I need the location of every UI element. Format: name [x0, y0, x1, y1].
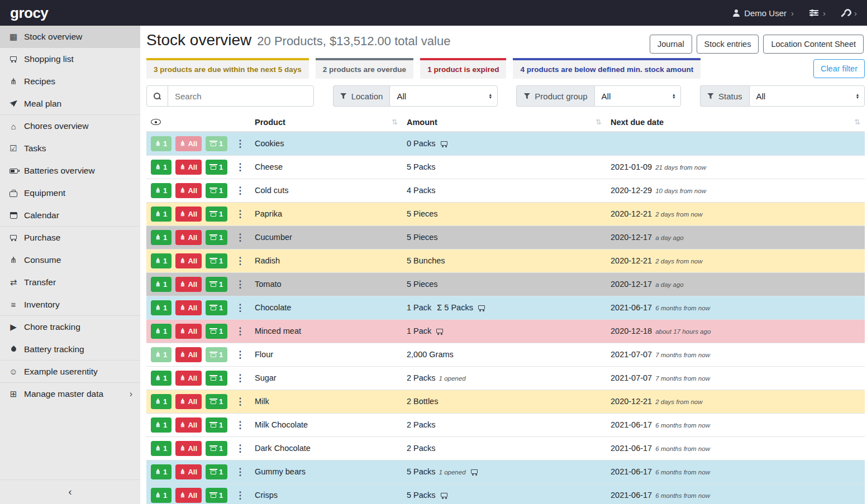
consume-one-button[interactable]: ⋔1 [151, 160, 172, 175]
consume-all-button[interactable]: ⋔All [175, 136, 202, 151]
product-name[interactable]: Milk Chocolate [255, 420, 308, 429]
consume-all-button[interactable]: ⋔All [175, 253, 202, 268]
user-menu[interactable]: Demo User › [732, 8, 794, 18]
consume-all-button[interactable]: ⋔All [175, 183, 202, 198]
open-one-button[interactable]: 1 [206, 488, 227, 503]
product-name[interactable]: Radish [255, 256, 280, 265]
product-name[interactable]: Chocolate [255, 303, 291, 312]
row-menu-button[interactable]: ⋮ [235, 419, 245, 431]
consume-all-button[interactable]: ⋔All [175, 160, 202, 175]
clear-filter-button[interactable]: Clear filter [813, 59, 865, 78]
filter-notice-overdue[interactable]: 2 products are overdue [316, 58, 413, 79]
location-select[interactable]: All ▴▾ [389, 85, 497, 107]
consume-all-button[interactable]: ⋔All [175, 300, 202, 315]
sort-icon[interactable]: ⇅ [392, 118, 398, 126]
open-one-button[interactable]: 1 [206, 371, 227, 386]
consume-all-button[interactable]: ⋔All [175, 207, 202, 222]
row-menu-button[interactable]: ⋮ [235, 443, 245, 454]
consume-one-button[interactable]: ⋔1 [151, 230, 172, 245]
status-select[interactable]: All ▴▾ [749, 85, 865, 107]
eye-icon[interactable] [151, 119, 161, 125]
consume-one-button[interactable]: ⋔1 [151, 488, 172, 503]
consume-one-button[interactable]: ⋔1 [151, 253, 172, 268]
open-one-button[interactable]: 1 [206, 136, 227, 151]
sidebar-item-purchase[interactable]: Purchase [0, 227, 140, 249]
open-one-button[interactable]: 1 [206, 277, 227, 292]
consume-one-button[interactable]: ⋔1 [151, 300, 172, 315]
consume-all-button[interactable]: ⋔All [175, 488, 202, 503]
consume-one-button[interactable]: ⋔1 [151, 324, 172, 339]
consume-all-button[interactable]: ⋔All [175, 277, 202, 292]
row-menu-button[interactable]: ⋮ [235, 279, 245, 290]
sidebar-item-transfer[interactable]: ⇄ Transfer [0, 271, 140, 294]
sidebar-item-equipment[interactable]: Equipment [0, 182, 140, 204]
consume-all-button[interactable]: ⋔All [175, 324, 202, 339]
product-name[interactable]: Crisps [255, 491, 278, 500]
sort-icon[interactable]: ⇅ [596, 118, 602, 126]
app-logo[interactable]: grocy [10, 4, 48, 22]
sidebar-item-manage-master-data[interactable]: ⊞ Manage master data › [0, 383, 140, 405]
product-name[interactable]: Paprika [255, 209, 282, 218]
column-header-product[interactable]: Product⇅ [250, 113, 402, 132]
consume-one-button[interactable]: ⋔1 [151, 464, 172, 479]
sidebar-item-calendar[interactable]: Calendar [0, 204, 140, 227]
filter-notice-expired[interactable]: 1 product is expired [420, 58, 506, 79]
product-name[interactable]: Cookies [255, 139, 284, 148]
filter-notice-belowmin[interactable]: 4 products are below defined min. stock … [513, 58, 701, 79]
journal-button[interactable]: Journal [650, 35, 692, 54]
row-menu-button[interactable]: ⋮ [235, 349, 245, 361]
sidebar-item-tasks[interactable]: ☑ Tasks [0, 137, 140, 160]
sidebar-item-recipes[interactable]: ⋔ Recipes [0, 70, 140, 93]
product-name[interactable]: Sugar [255, 373, 277, 382]
product-name[interactable]: Tomato [255, 280, 282, 289]
product-name[interactable]: Cold cuts [255, 186, 288, 195]
open-one-button[interactable]: 1 [206, 160, 227, 175]
consume-all-button[interactable]: ⋔All [175, 371, 202, 386]
product-name[interactable]: Flour [255, 350, 273, 359]
open-one-button[interactable]: 1 [206, 207, 227, 222]
sidebar-collapse-button[interactable]: ‹ [0, 479, 140, 504]
consume-all-button[interactable]: ⋔All [175, 347, 202, 362]
search-input[interactable] [168, 85, 314, 107]
consume-one-button[interactable]: ⋔1 [151, 371, 172, 386]
filter-notice-due[interactable]: 3 products are due within the next 5 day… [146, 58, 309, 79]
row-menu-button[interactable]: ⋮ [235, 138, 245, 150]
row-menu-button[interactable]: ⋮ [235, 325, 245, 337]
row-menu-button[interactable]: ⋮ [235, 161, 245, 173]
sidebar-item-batteries-overview[interactable]: Batteries overview [0, 160, 140, 182]
sidebar-item-battery-tracking[interactable]: Battery tracking [0, 338, 140, 361]
admin-menu[interactable]: › [841, 8, 857, 18]
consume-all-button[interactable]: ⋔All [175, 417, 202, 433]
row-menu-button[interactable]: ⋮ [235, 208, 245, 220]
sort-icon[interactable]: ⇅ [854, 118, 860, 126]
open-one-button[interactable]: 1 [206, 300, 227, 315]
consume-all-button[interactable]: ⋔All [175, 441, 202, 456]
row-menu-button[interactable]: ⋮ [235, 466, 245, 478]
consume-one-button[interactable]: ⋔1 [151, 277, 172, 292]
consume-all-button[interactable]: ⋔All [175, 230, 202, 245]
sidebar-item-chores-overview[interactable]: ⌂ Chores overview [0, 115, 140, 137]
row-menu-button[interactable]: ⋮ [235, 372, 245, 384]
settings-menu[interactable]: › [809, 8, 826, 18]
column-header-next-due-date[interactable]: Next due date⇅ [606, 113, 865, 132]
sidebar-item-inventory[interactable]: ≡ Inventory [0, 294, 140, 316]
consume-all-button[interactable]: ⋔All [175, 394, 202, 409]
row-menu-button[interactable]: ⋮ [235, 396, 245, 407]
consume-one-button[interactable]: ⋔1 [151, 136, 172, 151]
open-one-button[interactable]: 1 [206, 183, 227, 198]
row-menu-button[interactable]: ⋮ [235, 255, 245, 267]
open-one-button[interactable]: 1 [206, 324, 227, 339]
sidebar-item-stock-overview[interactable]: ▦ Stock overview [0, 26, 140, 48]
open-one-button[interactable]: 1 [206, 230, 227, 245]
consume-one-button[interactable]: ⋔1 [151, 417, 172, 433]
consume-one-button[interactable]: ⋔1 [151, 207, 172, 222]
consume-one-button[interactable]: ⋔1 [151, 347, 172, 362]
open-one-button[interactable]: 1 [206, 394, 227, 409]
open-one-button[interactable]: 1 [206, 464, 227, 479]
location-content-sheet-button[interactable]: Location Content Sheet [763, 35, 864, 54]
open-one-button[interactable]: 1 [206, 417, 227, 433]
sidebar-item-chore-tracking[interactable]: ▶ Chore tracking [0, 316, 140, 338]
row-menu-button[interactable]: ⋮ [235, 489, 245, 501]
sidebar-item-shopping-list[interactable]: Shopping list [0, 48, 140, 70]
product-name[interactable]: Cheese [255, 162, 283, 171]
